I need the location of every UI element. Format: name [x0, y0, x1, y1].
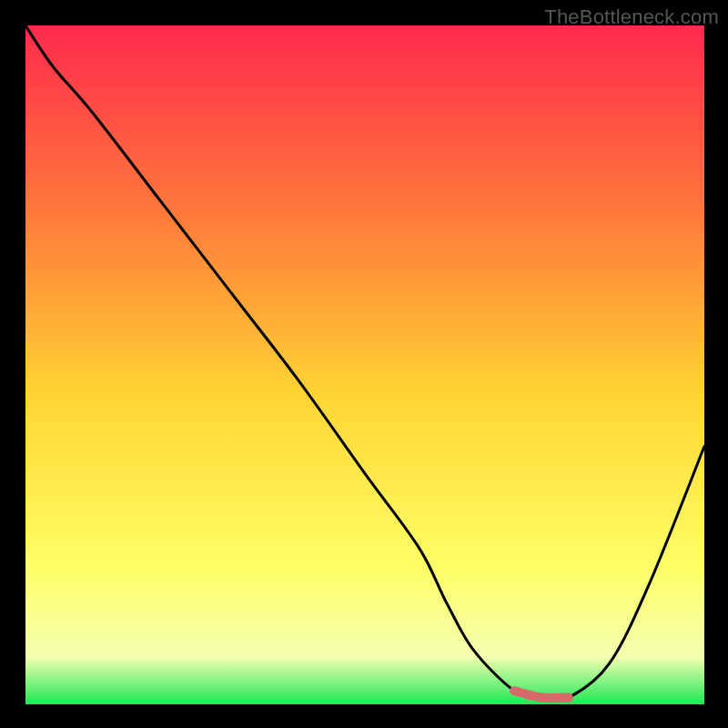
plot-area: [25, 25, 704, 704]
bottleneck-curve: [25, 25, 704, 704]
watermark-text: TheBottleneck.com: [544, 5, 719, 29]
chart-container: TheBottleneck.com: [0, 0, 728, 728]
